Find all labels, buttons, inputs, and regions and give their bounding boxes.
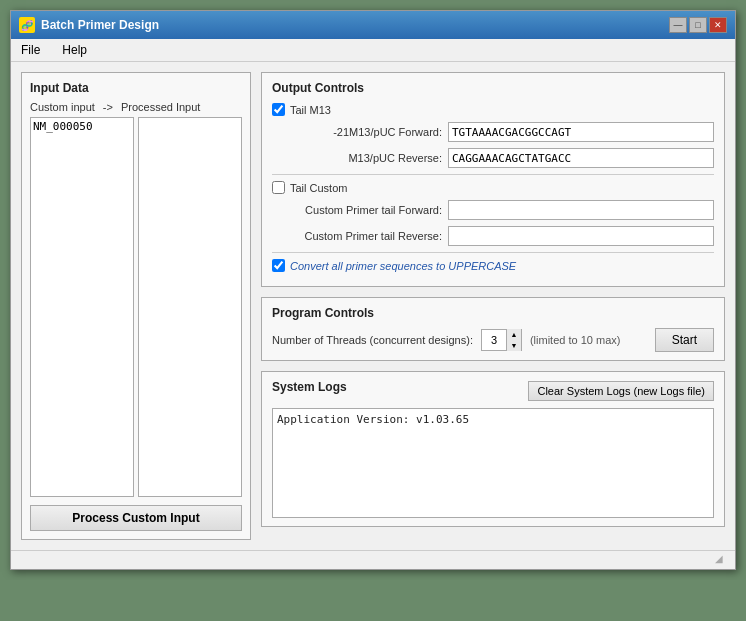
app-icon: 🧬 bbox=[19, 17, 35, 33]
threads-limit: (limited to 10 max) bbox=[530, 334, 620, 346]
reverse-input[interactable] bbox=[448, 148, 714, 168]
system-logs-section: System Logs Clear System Logs (new Logs … bbox=[261, 371, 725, 527]
close-button[interactable]: ✕ bbox=[709, 17, 727, 33]
main-window: 🧬 Batch Primer Design — □ ✕ File Help In… bbox=[10, 10, 736, 570]
threads-spinbox: 3 ▲ ▼ bbox=[481, 329, 522, 351]
system-logs-title: System Logs bbox=[272, 380, 347, 394]
title-bar-left: 🧬 Batch Primer Design bbox=[19, 17, 159, 33]
program-row: Number of Threads (concurrent designs): … bbox=[272, 328, 714, 352]
window-title: Batch Primer Design bbox=[41, 18, 159, 32]
maximize-button[interactable]: □ bbox=[689, 17, 707, 33]
program-controls-section: Program Controls Number of Threads (conc… bbox=[261, 297, 725, 361]
uppercase-label: Convert all primer sequences to UPPERCAS… bbox=[290, 260, 516, 272]
tail-custom-checkbox[interactable] bbox=[272, 181, 285, 194]
menu-help[interactable]: Help bbox=[56, 41, 93, 59]
logs-content: Application Version: v1.03.65 bbox=[272, 408, 714, 518]
input-data-title: Input Data bbox=[30, 81, 242, 95]
divider1 bbox=[272, 174, 714, 175]
custom-forward-label: Custom Primer tail Forward: bbox=[272, 204, 442, 216]
spin-down-button[interactable]: ▼ bbox=[507, 340, 521, 351]
menu-bar: File Help bbox=[11, 39, 735, 62]
menu-file[interactable]: File bbox=[15, 41, 46, 59]
processed-input-label: Processed Input bbox=[121, 101, 201, 113]
input-areas: NM_000050 bbox=[30, 117, 242, 497]
uppercase-checkbox[interactable] bbox=[272, 259, 285, 272]
process-custom-input-button[interactable]: Process Custom Input bbox=[30, 505, 242, 531]
threads-label: Number of Threads (concurrent designs): bbox=[272, 334, 473, 346]
reverse-row: M13/pUC Reverse: bbox=[272, 148, 714, 168]
spin-buttons: ▲ ▼ bbox=[506, 329, 521, 351]
uppercase-row: Convert all primer sequences to UPPERCAS… bbox=[272, 259, 714, 272]
left-panel: Input Data Custom input -> Processed Inp… bbox=[21, 72, 251, 540]
start-button[interactable]: Start bbox=[655, 328, 714, 352]
custom-input-label: Custom input bbox=[30, 101, 95, 113]
custom-reverse-label: Custom Primer tail Reverse: bbox=[272, 230, 442, 242]
input-headers: Custom input -> Processed Input bbox=[30, 101, 242, 113]
output-controls-section: Output Controls Tail M13 -21M13/pUC Forw… bbox=[261, 72, 725, 287]
tail-m13-checkbox[interactable] bbox=[272, 103, 285, 116]
forward-row: -21M13/pUC Forward: bbox=[272, 122, 714, 142]
program-controls-title: Program Controls bbox=[272, 306, 714, 320]
tail-custom-label: Tail Custom bbox=[290, 182, 347, 194]
title-bar: 🧬 Batch Primer Design — □ ✕ bbox=[11, 11, 735, 39]
arrow-icon: -> bbox=[103, 101, 113, 113]
reverse-label: M13/pUC Reverse: bbox=[272, 152, 442, 164]
forward-label: -21M13/pUC Forward: bbox=[272, 126, 442, 138]
bottom-bar: ◢ bbox=[11, 550, 735, 569]
tail-custom-row: Tail Custom bbox=[272, 181, 714, 194]
divider2 bbox=[272, 252, 714, 253]
custom-reverse-row: Custom Primer tail Reverse: bbox=[272, 226, 714, 246]
minimize-button[interactable]: — bbox=[669, 17, 687, 33]
processed-input-textarea[interactable] bbox=[138, 117, 242, 497]
threads-input[interactable]: 3 bbox=[482, 334, 506, 346]
custom-forward-row: Custom Primer tail Forward: bbox=[272, 200, 714, 220]
custom-reverse-input[interactable] bbox=[448, 226, 714, 246]
custom-input-textarea[interactable]: NM_000050 bbox=[30, 117, 134, 497]
clear-logs-button[interactable]: Clear System Logs (new Logs file) bbox=[528, 381, 714, 401]
main-content: Input Data Custom input -> Processed Inp… bbox=[11, 62, 735, 550]
custom-forward-input[interactable] bbox=[448, 200, 714, 220]
tail-m13-label: Tail M13 bbox=[290, 104, 331, 116]
title-buttons: — □ ✕ bbox=[669, 17, 727, 33]
tail-m13-row: Tail M13 bbox=[272, 103, 714, 116]
resize-handle[interactable]: ◢ bbox=[715, 553, 729, 567]
spin-up-button[interactable]: ▲ bbox=[507, 329, 521, 340]
output-controls-title: Output Controls bbox=[272, 81, 714, 95]
logs-header: System Logs Clear System Logs (new Logs … bbox=[272, 380, 714, 402]
right-panel: Output Controls Tail M13 -21M13/pUC Forw… bbox=[261, 72, 725, 540]
forward-input[interactable] bbox=[448, 122, 714, 142]
